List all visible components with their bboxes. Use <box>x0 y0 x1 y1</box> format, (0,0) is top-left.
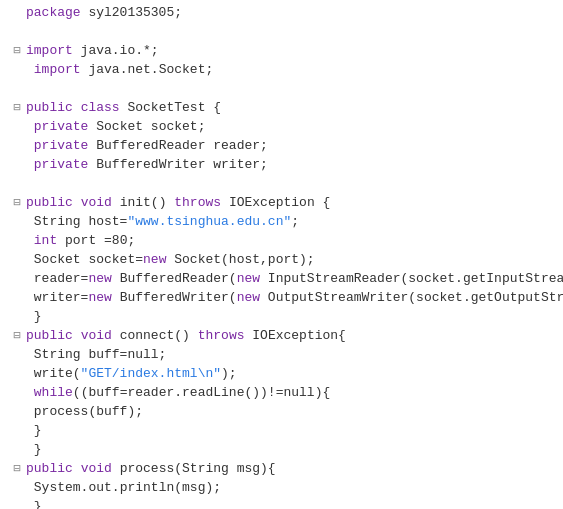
code-line <box>0 23 563 42</box>
token: write( <box>26 366 81 381</box>
line-content: } <box>26 422 563 441</box>
code-line <box>0 175 563 194</box>
line-content: while((buff=reader.readLine())!=null){ <box>26 384 563 403</box>
token: .println(msg); <box>112 480 221 495</box>
token: BufferedReader reader; <box>88 138 267 153</box>
line-content: String buff=null; <box>26 346 563 365</box>
token: process(buff); <box>26 404 143 419</box>
token: IOException{ <box>244 328 345 343</box>
token: } <box>26 499 42 509</box>
token: class <box>81 100 120 115</box>
line-content: package syl20135305; <box>26 4 563 23</box>
token: private <box>34 157 89 172</box>
token <box>73 461 81 476</box>
token: private <box>34 119 89 134</box>
token: BufferedWriter writer; <box>88 157 267 172</box>
code-line: private BufferedReader reader; <box>0 137 563 156</box>
token: connect() <box>112 328 198 343</box>
line-content: private BufferedReader reader; <box>26 137 563 156</box>
line-content: private BufferedWriter writer; <box>26 156 563 175</box>
line-content: System.out.println(msg); <box>26 479 563 498</box>
token: String host= <box>26 214 127 229</box>
token: } <box>26 423 42 438</box>
token: OutputStreamWriter(socket.getOutputStrea… <box>260 290 563 305</box>
token: while <box>34 385 73 400</box>
token: syl20135305; <box>81 5 182 20</box>
line-content: private Socket socket; <box>26 118 563 137</box>
token: new <box>88 271 111 286</box>
token <box>73 195 81 210</box>
code-line: ⊟public void init() throws IOException { <box>0 194 563 213</box>
code-line: ⊟public class SocketTest { <box>0 99 563 118</box>
code-line: writer=new BufferedWriter(new OutputStre… <box>0 289 563 308</box>
code-line: String buff=null; <box>0 346 563 365</box>
line-content: reader=new BufferedReader(new InputStrea… <box>26 270 563 289</box>
token: Socket socket= <box>26 252 143 267</box>
token: import <box>34 62 81 77</box>
token: IOException { <box>221 195 330 210</box>
code-line: } <box>0 308 563 327</box>
line-content: Socket socket=new Socket(host,port); <box>26 251 563 270</box>
code-line: private Socket socket; <box>0 118 563 137</box>
code-line: process(buff); <box>0 403 563 422</box>
token <box>73 328 81 343</box>
token: throws <box>198 328 245 343</box>
line-content: int port =80; <box>26 232 563 251</box>
line-content: } <box>26 498 563 509</box>
token: InputStreamReader(socket.getInputStream(… <box>260 271 563 286</box>
code-line: ⊟public void process(String msg){ <box>0 460 563 479</box>
token: void <box>81 195 112 210</box>
token <box>26 62 34 77</box>
token: process(String msg){ <box>112 461 276 476</box>
line-gutter: ⊟ <box>10 43 24 60</box>
token: ((buff=reader.readLine())!=null){ <box>73 385 330 400</box>
token: "GET/index.html\n" <box>81 366 221 381</box>
line-content: import java.net.Socket; <box>26 61 563 80</box>
token: public <box>26 100 73 115</box>
token: init() <box>112 195 174 210</box>
token: new <box>88 290 111 305</box>
line-content: public class SocketTest { <box>26 99 563 118</box>
code-line: int port =80; <box>0 232 563 251</box>
code-line: } <box>0 422 563 441</box>
token: private <box>34 138 89 153</box>
code-line: package syl20135305; <box>0 4 563 23</box>
token: void <box>81 461 112 476</box>
token: "www.tsinghua.edu.cn" <box>127 214 291 229</box>
token <box>73 100 81 115</box>
token: ); <box>221 366 237 381</box>
token: BufferedReader( <box>112 271 237 286</box>
code-line: write("GET/index.html\n"); <box>0 365 563 384</box>
code-line: ⊟import java.io.*; <box>0 42 563 61</box>
token: writer= <box>26 290 88 305</box>
token: ; <box>291 214 299 229</box>
code-line: import java.net.Socket; <box>0 61 563 80</box>
token <box>26 119 34 134</box>
token: String buff=null; <box>26 347 166 362</box>
code-line: } <box>0 498 563 509</box>
code-line <box>0 80 563 99</box>
token: public <box>26 328 73 343</box>
code-editor: package syl20135305;⊟import java.io.*; i… <box>0 0 563 509</box>
line-content: process(buff); <box>26 403 563 422</box>
code-line: } <box>0 441 563 460</box>
code-line: Socket socket=new Socket(host,port); <box>0 251 563 270</box>
token: new <box>237 290 260 305</box>
line-gutter: ⊟ <box>10 100 24 117</box>
code-line: ⊟public void connect() throws IOExceptio… <box>0 327 563 346</box>
line-content: write("GET/index.html\n"); <box>26 365 563 384</box>
line-content: } <box>26 308 563 327</box>
token <box>26 233 34 248</box>
line-gutter: ⊟ <box>10 195 24 212</box>
token <box>26 385 34 400</box>
token: out <box>88 480 111 495</box>
token: throws <box>174 195 221 210</box>
line-gutter: ⊟ <box>10 461 24 478</box>
token: } <box>26 309 42 324</box>
token: package <box>26 5 81 20</box>
token: java.net.Socket; <box>81 62 214 77</box>
token: port =80; <box>57 233 135 248</box>
code-line: reader=new BufferedReader(new InputStrea… <box>0 270 563 289</box>
line-content: public void connect() throws IOException… <box>26 327 563 346</box>
token: new <box>143 252 166 267</box>
